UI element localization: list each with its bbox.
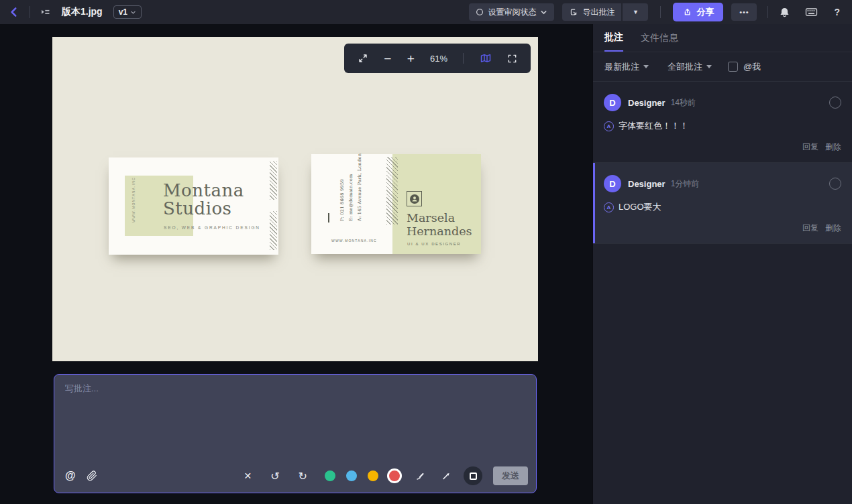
sort-filter-label: 最新批注: [604, 61, 639, 73]
resolve-toggle[interactable]: [829, 178, 841, 190]
attach-button[interactable]: [87, 470, 97, 481]
comment-actions: 回复 删除: [604, 141, 841, 153]
share-button[interactable]: 分享: [673, 3, 723, 21]
resolve-toggle[interactable]: [829, 97, 841, 109]
mention-button[interactable]: @: [65, 470, 76, 482]
artwork-image[interactable]: WWW.MONTANA.INC Montana Studios SEO, WEB…: [52, 37, 538, 361]
version-selector[interactable]: v1: [113, 5, 142, 19]
pen-tool-button[interactable]: [415, 470, 426, 481]
share-icon: [682, 7, 692, 17]
comment-actions: 回复 删除: [604, 223, 841, 234]
comment-text: 字体要红色！！！: [619, 120, 688, 132]
pen-icon: [415, 470, 426, 481]
comment-author: Designer: [628, 98, 665, 108]
reply-button[interactable]: 回复: [802, 223, 818, 234]
comment-item-selected[interactable]: D Designer 1分钟前 A LOGO要大 回复 删除: [593, 163, 852, 244]
notifications-button[interactable]: [779, 7, 790, 18]
back-button[interactable]: [8, 6, 20, 18]
design-review-app: 版本1.jpg v1 设置审阅状态: [0, 0, 852, 504]
comments-sidebar: 批注 文件信息 最新批注 全部批注 @我 D Designer 14秒前: [592, 24, 852, 504]
more-icon: •••: [739, 8, 749, 16]
tab-comments[interactable]: 批注: [604, 24, 623, 52]
review-status-button[interactable]: 设置审阅状态: [469, 3, 554, 21]
business-card-left: WWW.MONTANA.INC Montana Studios SEO, WEB…: [109, 158, 278, 255]
comment-time: 1分钟前: [671, 178, 700, 190]
send-label: 发送: [502, 470, 519, 481]
comment-item[interactable]: D Designer 14秒前 A 字体要红色！！！ 回复 删除: [593, 82, 852, 163]
export-icon: [569, 7, 578, 17]
rectangle-icon: [470, 472, 477, 480]
delete-button[interactable]: 删除: [825, 223, 841, 234]
mention-filter-label[interactable]: @我: [743, 61, 761, 73]
expand-arrows-icon: [358, 53, 368, 64]
review-status-label: 设置审阅状态: [488, 7, 536, 18]
topbar-left: 版本1.jpg v1: [8, 5, 142, 19]
minimap-button[interactable]: [480, 53, 492, 64]
card-subtitle: SEO, WEB & GRAPHIC DESIGN: [164, 225, 260, 230]
arrow-tool-button[interactable]: [441, 470, 451, 481]
scope-filter-dropdown[interactable]: 全部批注: [668, 61, 712, 73]
zoom-in-button[interactable]: +: [407, 52, 415, 65]
caret-down-icon: [706, 65, 712, 68]
comment-time: 14秒前: [671, 97, 696, 109]
shortcuts-button[interactable]: [805, 7, 818, 17]
export-label: 导出批注: [582, 7, 615, 18]
help-button[interactable]: ?: [831, 7, 843, 17]
zoom-toolbar: − + 61%: [344, 44, 531, 73]
avatar: D: [604, 94, 621, 111]
bell-icon: [779, 7, 790, 18]
sidebar-tabs: 批注 文件信息: [593, 24, 852, 52]
fullscreen-icon: [507, 54, 517, 64]
card-accent-block: [392, 154, 481, 254]
color-blue-button[interactable]: [346, 470, 357, 481]
redo-button[interactable]: ↻: [299, 470, 307, 483]
send-button[interactable]: 发送: [493, 466, 528, 485]
at-icon: @: [65, 470, 76, 482]
comment-author: Designer: [628, 179, 665, 189]
fullscreen-button[interactable]: [507, 54, 517, 64]
outline-list-icon: [40, 7, 51, 17]
sort-filter-dropdown[interactable]: 最新批注: [604, 61, 649, 73]
divider: [660, 6, 661, 18]
annotation-pin-icon: A: [604, 202, 614, 212]
shape-tool-button[interactable]: [464, 466, 482, 485]
tab-file-info[interactable]: 文件信息: [641, 24, 678, 52]
comment-input[interactable]: [65, 383, 525, 456]
business-card-right: P: 021 8668 9959 E: me@domain.com A: 145…: [311, 154, 481, 254]
reply-button[interactable]: 回复: [802, 141, 818, 153]
mention-checkbox[interactable]: [728, 62, 738, 72]
comment-composer: @ ✕ ↺ ↻: [54, 374, 537, 493]
color-yellow-button[interactable]: [368, 470, 378, 481]
zoom-out-button[interactable]: −: [384, 52, 391, 65]
more-button[interactable]: •••: [731, 3, 757, 21]
arrow-icon: [441, 470, 451, 481]
color-red-button-selected[interactable]: [387, 468, 402, 483]
card-url: WWW.MONTANA.INC: [331, 239, 377, 243]
annotation-pin-icon: A: [604, 121, 614, 131]
divider: [767, 6, 768, 18]
delete-button[interactable]: 删除: [825, 141, 841, 153]
comment-header: D Designer 1分钟前: [604, 175, 841, 192]
fit-screen-button[interactable]: [358, 53, 368, 64]
zoom-level: 61%: [430, 54, 447, 64]
divider: [463, 53, 464, 64]
undo-button[interactable]: ↺: [270, 470, 279, 483]
card-name: Marsela Hernandes: [407, 212, 472, 238]
person-icon: [409, 194, 420, 204]
comment-header: D Designer 14秒前: [604, 94, 841, 111]
outline-panel-button[interactable]: [40, 7, 51, 17]
export-annotations-button[interactable]: 导出批注: [562, 3, 621, 21]
back-chevron-icon: [8, 6, 20, 18]
chevron-down-icon: [540, 9, 547, 16]
status-circle-icon: [476, 8, 484, 16]
help-icon: ?: [834, 7, 840, 17]
comment-body: A LOGO要大: [604, 201, 841, 213]
divider: [30, 6, 30, 18]
card-logo-frame: [407, 191, 422, 206]
card-vertical-url: WWW.MONTANA.INC: [131, 177, 136, 223]
export-dropdown-button[interactable]: ▼: [623, 3, 648, 21]
color-green-button[interactable]: [325, 470, 335, 481]
share-label: 分享: [696, 6, 714, 18]
cancel-annotation-button[interactable]: ✕: [244, 470, 252, 481]
top-toolbar: 版本1.jpg v1 设置审阅状态: [0, 0, 852, 24]
